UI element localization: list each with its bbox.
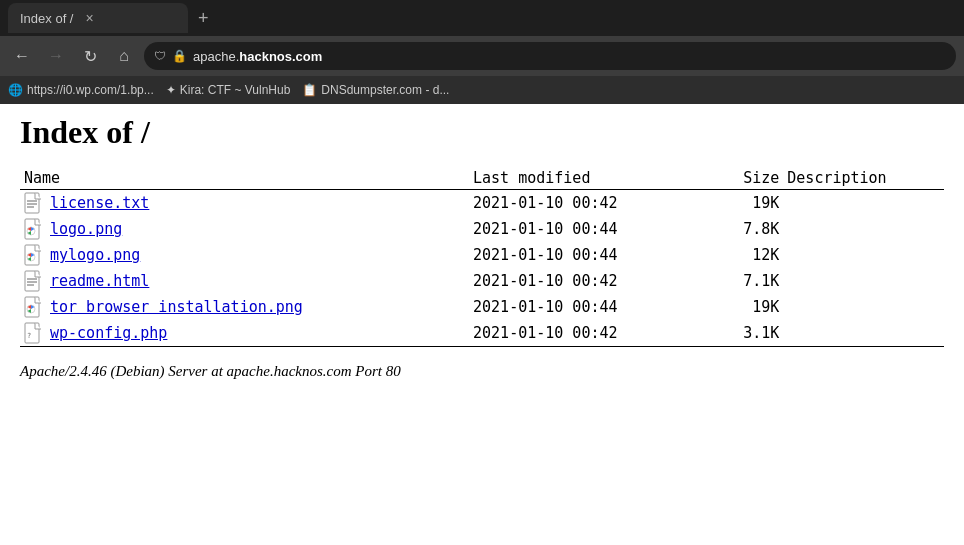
file-icon bbox=[24, 270, 44, 292]
file-name-text: license.txt bbox=[50, 194, 149, 212]
tab-close-button[interactable]: × bbox=[81, 8, 97, 28]
file-date-cell: 2021-01-10 00:42 bbox=[469, 190, 708, 217]
file-size-cell: 12K bbox=[708, 242, 783, 268]
bookmark-icon-3: 📋 bbox=[302, 83, 317, 97]
file-date-cell: 2021-01-10 00:42 bbox=[469, 320, 708, 347]
file-icon bbox=[24, 192, 44, 214]
file-date-cell: 2021-01-10 00:44 bbox=[469, 216, 708, 242]
table-header-row: Name Last modified Size Description bbox=[20, 167, 944, 190]
file-desc-cell bbox=[783, 190, 944, 217]
file-link[interactable]: logo.png bbox=[24, 218, 465, 240]
file-name-cell: readme.html bbox=[20, 268, 469, 294]
file-icon bbox=[24, 218, 44, 240]
file-link[interactable]: mylogo.png bbox=[24, 244, 465, 266]
bookmark-icon-2: ✦ bbox=[166, 83, 176, 97]
table-row: tor browser installation.png2021-01-10 0… bbox=[20, 294, 944, 320]
bookmark-label-3: DNSdumpster.com - d... bbox=[321, 83, 449, 97]
bookmark-item-3[interactable]: 📋 DNSdumpster.com - d... bbox=[302, 83, 449, 97]
file-name-cell: tor browser installation.png bbox=[20, 294, 469, 320]
file-date-cell: 2021-01-10 00:44 bbox=[469, 294, 708, 320]
file-name-cell: mylogo.png bbox=[20, 242, 469, 268]
browser-window: Index of / × + ← → ↻ ⌂ 🛡 🔒 apache.hackno… bbox=[0, 0, 964, 104]
file-icon: ? bbox=[24, 322, 44, 344]
table-row: ? wp-config.php2021-01-10 00:423.1K bbox=[20, 320, 944, 347]
file-listing-table: Name Last modified Size Description lic bbox=[20, 167, 944, 355]
tab-bar: Index of / × + bbox=[0, 0, 964, 36]
forward-button[interactable]: → bbox=[42, 42, 70, 70]
nav-bar: ← → ↻ ⌂ 🛡 🔒 apache.hacknos.com bbox=[0, 36, 964, 76]
file-name-text: tor browser installation.png bbox=[50, 298, 303, 316]
header-size-cell: Size bbox=[708, 167, 783, 190]
bookmark-item-1[interactable]: 🌐 https://i0.wp.com/1.bp... bbox=[8, 83, 154, 97]
bookmark-item-2[interactable]: ✦ Kira: CTF ~ VulnHub bbox=[166, 83, 291, 97]
file-desc-cell bbox=[783, 294, 944, 320]
file-name-text: wp-config.php bbox=[50, 324, 167, 342]
file-desc-cell bbox=[783, 268, 944, 294]
file-size-cell: 19K bbox=[708, 190, 783, 217]
file-desc-cell bbox=[783, 320, 944, 347]
table-row: mylogo.png2021-01-10 00:4412K bbox=[20, 242, 944, 268]
file-date-cell: 2021-01-10 00:42 bbox=[469, 268, 708, 294]
sort-by-name-link[interactable]: Name bbox=[24, 169, 60, 187]
home-button[interactable]: ⌂ bbox=[110, 42, 138, 70]
file-icon bbox=[24, 296, 44, 318]
file-desc-cell bbox=[783, 242, 944, 268]
new-tab-button[interactable]: + bbox=[192, 8, 215, 29]
file-name-text: readme.html bbox=[50, 272, 149, 290]
sort-by-date-link[interactable]: Last modified bbox=[473, 169, 590, 187]
reload-button[interactable]: ↻ bbox=[76, 42, 104, 70]
server-footer: Apache/2.4.46 (Debian) Server at apache.… bbox=[20, 363, 944, 380]
active-tab[interactable]: Index of / × bbox=[8, 3, 188, 33]
file-link[interactable]: readme.html bbox=[24, 270, 465, 292]
sort-by-size-link[interactable]: Size bbox=[743, 169, 779, 187]
file-name-text: logo.png bbox=[50, 220, 122, 238]
url-display: apache.hacknos.com bbox=[193, 49, 322, 64]
file-link[interactable]: license.txt bbox=[24, 192, 465, 214]
file-date-cell: 2021-01-10 00:44 bbox=[469, 242, 708, 268]
file-size-cell: 7.1K bbox=[708, 268, 783, 294]
sort-by-desc-link[interactable]: Description bbox=[787, 169, 886, 187]
file-size-cell: 7.8K bbox=[708, 216, 783, 242]
file-name-cell: ? wp-config.php bbox=[20, 320, 469, 347]
file-icon bbox=[24, 244, 44, 266]
header-name-cell: Name bbox=[20, 167, 469, 190]
svg-text:?: ? bbox=[27, 332, 31, 340]
file-link[interactable]: tor browser installation.png bbox=[24, 296, 465, 318]
tab-title: Index of / bbox=[20, 11, 73, 26]
header-date-cell: Last modified bbox=[469, 167, 708, 190]
table-row: readme.html2021-01-10 00:427.1K bbox=[20, 268, 944, 294]
file-link[interactable]: ? wp-config.php bbox=[24, 322, 465, 344]
lock-icon: 🔒 bbox=[172, 49, 187, 63]
bookmark-icon-1: 🌐 bbox=[8, 83, 23, 97]
bookmark-label-1: https://i0.wp.com/1.bp... bbox=[27, 83, 154, 97]
file-name-text: mylogo.png bbox=[50, 246, 140, 264]
bookmarks-bar: 🌐 https://i0.wp.com/1.bp... ✦ Kira: CTF … bbox=[0, 76, 964, 104]
file-desc-cell bbox=[783, 216, 944, 242]
page-title: Index of / bbox=[20, 114, 944, 151]
page-content: Index of / Name Last modified Size Descr… bbox=[0, 104, 964, 524]
table-row: logo.png2021-01-10 00:447.8K bbox=[20, 216, 944, 242]
table-row: license.txt2021-01-10 00:4219K bbox=[20, 190, 944, 217]
address-bar[interactable]: 🛡 🔒 apache.hacknos.com bbox=[144, 42, 956, 70]
file-name-cell: logo.png bbox=[20, 216, 469, 242]
file-size-cell: 3.1K bbox=[708, 320, 783, 347]
file-size-cell: 19K bbox=[708, 294, 783, 320]
shield-icon: 🛡 bbox=[154, 49, 166, 63]
bookmark-label-2: Kira: CTF ~ VulnHub bbox=[180, 83, 291, 97]
back-button[interactable]: ← bbox=[8, 42, 36, 70]
header-desc-cell: Description bbox=[783, 167, 944, 190]
file-name-cell: license.txt bbox=[20, 190, 469, 217]
footer-divider-row bbox=[20, 347, 944, 355]
